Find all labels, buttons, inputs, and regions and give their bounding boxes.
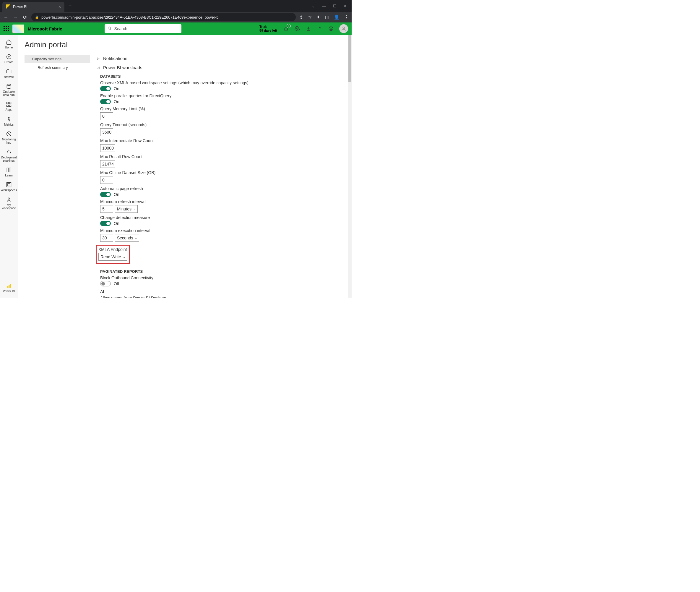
fabric-header: Microsoft Fabric Search Trial: 59 days l…	[0, 22, 352, 35]
xmla-highlight: XMLA Endpoint Read Write ⌄	[96, 245, 130, 264]
query-timeout-label: Query Timeout (seconds)	[100, 122, 345, 127]
max-inter-row-input[interactable]: 10000	[100, 144, 115, 152]
reload-button[interactable]: ⟳	[22, 14, 28, 20]
rail-metrics[interactable]: Metrics	[0, 114, 18, 129]
app-launcher-icon[interactable]	[4, 26, 9, 31]
side-panel-icon[interactable]: ◫	[325, 14, 329, 20]
min-exec-unit-select[interactable]: Seconds ⌄	[115, 234, 139, 242]
content-area: Admin portal Capacity settings Refresh s…	[18, 35, 352, 298]
app-body: Home Create Browse OneLake data hub Apps…	[0, 35, 352, 298]
query-mem-input[interactable]: 0	[100, 112, 113, 120]
max-result-row-label: Max Result Row Count	[100, 154, 345, 159]
chevron-down-icon: ⌄	[123, 255, 125, 259]
settings-icon[interactable]	[294, 26, 300, 32]
block-outbound-toggle[interactable]	[100, 281, 111, 286]
query-mem-label: Query Memory Limit (%)	[100, 106, 345, 111]
max-offline-input[interactable]: 0	[100, 176, 113, 184]
svg-rect-15	[8, 184, 10, 186]
section-workloads[interactable]: ◿ Power BI workloads	[97, 64, 345, 71]
observe-xmla-state: On	[114, 86, 119, 91]
min-refresh-unit-select[interactable]: Minutes ⌄	[115, 205, 138, 213]
new-tab-button[interactable]: +	[68, 3, 72, 9]
window-controls: ⌄ ― ☐ ✕	[312, 4, 352, 8]
search-icon	[108, 26, 112, 31]
page-title: Admin portal	[24, 40, 345, 49]
observe-xmla-label: Observe XMLA-based workspace settings (w…	[100, 81, 345, 85]
min-exec-label: Minimum execution interval	[100, 228, 345, 233]
svg-rect-12	[9, 105, 11, 107]
extensions-icon[interactable]: ✦	[316, 14, 320, 20]
section-notifications[interactable]: ▷ Notifications	[97, 55, 345, 62]
browser-action-icons: ⇪ ☆ ✦ ◫ 👤 ⋮	[299, 14, 349, 20]
minimize-icon[interactable]: ―	[322, 4, 326, 8]
browser-menu-icon[interactable]: ⋮	[344, 14, 349, 20]
rail-browse[interactable]: Browse	[0, 66, 18, 81]
header-icons: 8	[283, 24, 348, 33]
trial-status: Trial: 59 days left	[259, 25, 277, 33]
rail-my-workspace[interactable]: My workspace	[0, 194, 18, 212]
query-timeout-input[interactable]: 3600	[100, 128, 113, 136]
svg-rect-11	[7, 105, 9, 107]
user-avatar[interactable]	[339, 24, 348, 33]
maximize-icon[interactable]: ☐	[333, 4, 337, 8]
feedback-icon[interactable]	[328, 26, 334, 32]
max-offline-label: Max Offline Dataset Size (GB)	[100, 170, 345, 175]
rail-monitoring[interactable]: Monitoring hub	[0, 129, 18, 147]
chevron-down-icon[interactable]: ⌄	[312, 4, 315, 8]
profile-icon[interactable]: 👤	[334, 14, 340, 20]
min-exec-value[interactable]: 30	[100, 234, 113, 242]
min-refresh-value[interactable]: 5	[100, 205, 113, 213]
auto-refresh-toggle[interactable]	[100, 192, 111, 197]
rail-workspaces[interactable]: Workspaces	[0, 180, 18, 194]
rail-deployment[interactable]: Deployment pipelines	[0, 147, 18, 165]
parallel-dq-toggle[interactable]	[100, 99, 111, 104]
chevron-down-icon: ⌄	[133, 207, 136, 211]
auto-refresh-label: Automatic page refresh	[100, 186, 345, 191]
xmla-endpoint-select[interactable]: Read Write ⌄	[98, 253, 128, 261]
datasets-heading: DATASETS	[100, 74, 345, 79]
svg-point-0	[108, 27, 110, 29]
url-input[interactable]: 🔒 powerbi.com/admin-portal/capacities/29…	[31, 13, 296, 21]
forward-button[interactable]: →	[12, 14, 18, 20]
change-detect-toggle[interactable]	[100, 221, 111, 226]
nav-refresh-summary[interactable]: Refresh summary	[24, 63, 90, 72]
admin-side-nav: Capacity settings Refresh summary	[24, 55, 90, 298]
svg-rect-17	[7, 286, 8, 288]
rail-powerbi[interactable]: Power BI	[0, 281, 18, 295]
svg-point-2	[297, 28, 298, 30]
svg-rect-10	[9, 102, 11, 104]
rail-home[interactable]: Home	[0, 37, 18, 51]
collapse-icon: ◿	[97, 66, 100, 69]
tab-close-icon[interactable]: ×	[58, 4, 61, 9]
search-placeholder: Search	[114, 26, 127, 31]
block-outbound-label: Block Outbound Connectivity	[100, 276, 345, 280]
tab-title: Power BI	[13, 5, 28, 9]
scrollbar[interactable]	[348, 35, 352, 298]
search-input[interactable]: Search	[105, 24, 182, 33]
rail-apps[interactable]: Apps	[0, 99, 18, 114]
url-text: powerbi.com/admin-portal/capacities/2922…	[41, 15, 219, 19]
help-icon[interactable]	[317, 26, 323, 32]
close-window-icon[interactable]: ✕	[344, 4, 347, 8]
max-result-row-input[interactable]: 21474	[100, 160, 115, 168]
brand-name: Microsoft Fabric	[28, 26, 62, 31]
paginated-heading: PAGINATED REPORTS	[100, 269, 345, 274]
scrollbar-thumb[interactable]	[348, 35, 351, 82]
fabric-logo	[12, 24, 24, 33]
download-icon[interactable]	[305, 26, 311, 32]
bookmark-icon[interactable]: ☆	[308, 14, 312, 20]
rail-onelake[interactable]: OneLake data hub	[0, 81, 18, 99]
notifications-icon[interactable]: 8	[283, 26, 289, 32]
svg-rect-9	[7, 102, 9, 104]
share-icon[interactable]: ⇪	[299, 14, 303, 20]
left-nav-rail: Home Create Browse OneLake data hub Apps…	[0, 35, 18, 298]
max-inter-row-label: Max Intermediate Row Count	[100, 138, 345, 143]
rail-learn[interactable]: Learn	[0, 165, 18, 180]
back-button[interactable]: ←	[3, 14, 9, 20]
rail-create[interactable]: Create	[0, 51, 18, 66]
browser-address-bar: ← → ⟳ 🔒 powerbi.com/admin-portal/capacit…	[0, 12, 352, 22]
nav-capacity-settings[interactable]: Capacity settings	[24, 55, 90, 63]
min-refresh-label: Minimum refresh interval	[100, 199, 345, 204]
browser-tab[interactable]: Power BI ×	[2, 2, 64, 12]
observe-xmla-toggle[interactable]	[100, 86, 111, 91]
